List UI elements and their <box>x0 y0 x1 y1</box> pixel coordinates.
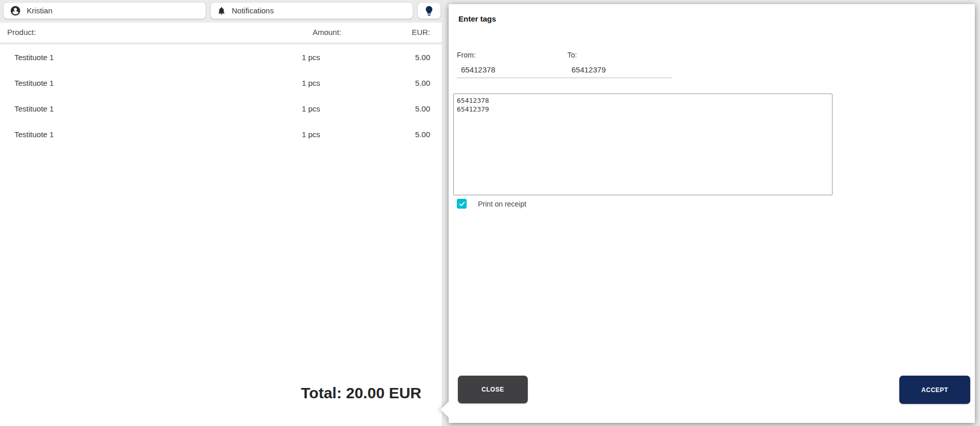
product-price: 5.00 <box>415 122 430 147</box>
product-price: 5.00 <box>415 70 430 96</box>
cart-table: Product: Amount: EUR: Testituote 1 1 pcs… <box>0 23 442 426</box>
print-on-receipt-label: Print on receipt <box>478 200 526 208</box>
from-input[interactable] <box>461 63 553 76</box>
topbar: Kristian Notifications <box>0 0 442 23</box>
cart-panel: Kristian Notifications Product: Amount: … <box>0 0 442 426</box>
product-name: Testituote 1 <box>14 70 54 96</box>
lightbulb-icon <box>423 5 435 16</box>
cart-row[interactable]: Testituote 1 1 pcs 5.00 <box>0 122 442 147</box>
tags-textarea[interactable]: 65412378 65412379 <box>453 94 833 195</box>
check-icon <box>458 200 466 208</box>
column-header-product: Product: <box>7 23 36 42</box>
product-amount: 1 pcs <box>302 122 320 147</box>
to-input[interactable] <box>571 63 659 76</box>
range-fields-underline <box>456 78 672 78</box>
cart-rows: Testituote 1 1 pcs 5.00 Testituote 1 1 p… <box>0 45 442 147</box>
product-amount: 1 pcs <box>302 96 320 122</box>
bell-icon <box>217 6 226 15</box>
tips-button[interactable] <box>417 2 441 19</box>
column-header-amount: Amount: <box>312 23 341 42</box>
product-name: Testituote 1 <box>14 96 54 122</box>
to-label: To: <box>567 51 577 59</box>
cart-row[interactable]: Testituote 1 1 pcs 5.00 <box>0 96 442 122</box>
account-circle-icon <box>10 5 21 16</box>
cart-table-header: Product: Amount: EUR: <box>0 23 442 45</box>
product-amount: 1 pcs <box>302 45 320 70</box>
product-price: 5.00 <box>415 96 430 122</box>
notifications-button[interactable]: Notifications <box>210 2 413 19</box>
pos-screen: Kristian Notifications Product: Amount: … <box>0 0 980 426</box>
cart-row[interactable]: Testituote 1 1 pcs 5.00 <box>0 70 442 96</box>
product-amount: 1 pcs <box>302 70 320 96</box>
column-header-eur: EUR: <box>412 23 430 42</box>
dialog-title: Enter tags <box>458 14 496 23</box>
user-button[interactable]: Kristian <box>3 2 206 19</box>
product-name: Testituote 1 <box>14 122 54 147</box>
enter-tags-dialog: Enter tags From: To: 65412378 65412379 P… <box>449 4 975 423</box>
product-name: Testituote 1 <box>14 45 54 70</box>
notifications-label: Notifications <box>232 6 274 15</box>
print-on-receipt-checkbox[interactable] <box>457 199 467 209</box>
product-price: 5.00 <box>415 45 430 70</box>
dialog-pointer-arrow <box>440 401 456 417</box>
cart-total: Total: 20.00 EUR <box>301 384 421 402</box>
user-label: Kristian <box>27 6 52 15</box>
cart-row[interactable]: Testituote 1 1 pcs 5.00 <box>0 45 442 70</box>
close-button[interactable]: CLOSE <box>458 376 528 403</box>
accept-button[interactable]: ACCEPT <box>899 376 970 404</box>
from-label: From: <box>457 51 476 59</box>
print-on-receipt-option[interactable]: Print on receipt <box>457 199 526 209</box>
